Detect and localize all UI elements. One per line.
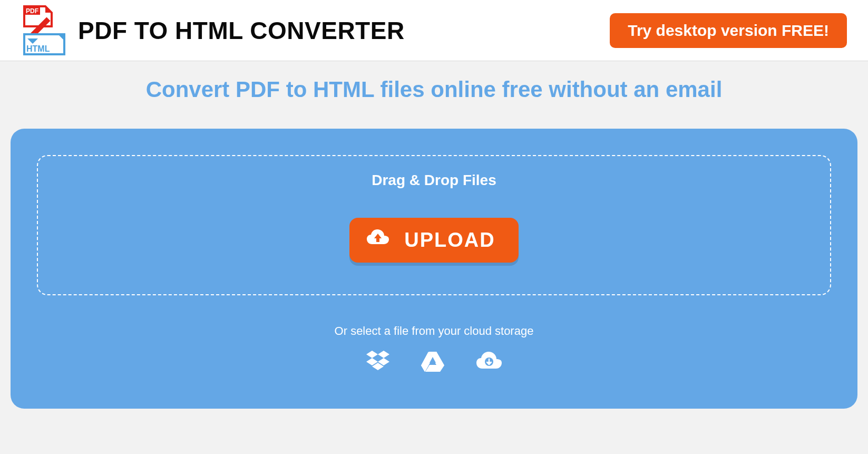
try-desktop-button[interactable]: Try desktop version FREE! bbox=[610, 13, 847, 48]
header-left: PDF HTML PDF TO HTML CONVERTER bbox=[21, 5, 405, 55]
pdf-to-html-logo-icon: PDF HTML bbox=[21, 5, 69, 55]
svg-marker-7 bbox=[426, 365, 444, 371]
cloud-storage-section: Or select a file from your cloud storage bbox=[37, 324, 831, 372]
page-title: PDF TO HTML CONVERTER bbox=[78, 16, 405, 45]
cloud-download-icon[interactable] bbox=[476, 351, 502, 372]
file-dropzone[interactable]: Drag & Drop Files UPLOAD bbox=[37, 155, 831, 295]
svg-text:HTML: HTML bbox=[26, 44, 50, 53]
upload-button[interactable]: UPLOAD bbox=[349, 218, 518, 263]
cloud-storage-icons bbox=[37, 351, 831, 372]
upload-button-label: UPLOAD bbox=[404, 229, 495, 252]
cloud-upload-icon bbox=[366, 228, 389, 252]
main: Convert PDF to HTML files online free wi… bbox=[0, 61, 868, 430]
header: PDF HTML PDF TO HTML CONVERTER Try deskt… bbox=[0, 0, 868, 61]
dropbox-icon[interactable] bbox=[366, 351, 389, 372]
subtitle: Convert PDF to HTML files online free wi… bbox=[11, 77, 857, 102]
dropzone-panel: Drag & Drop Files UPLOAD Or select a fil… bbox=[11, 129, 857, 409]
google-drive-icon[interactable] bbox=[421, 351, 444, 372]
cloud-storage-label: Or select a file from your cloud storage bbox=[37, 324, 831, 338]
dropzone-label: Drag & Drop Files bbox=[48, 172, 820, 189]
svg-text:PDF: PDF bbox=[26, 7, 38, 15]
